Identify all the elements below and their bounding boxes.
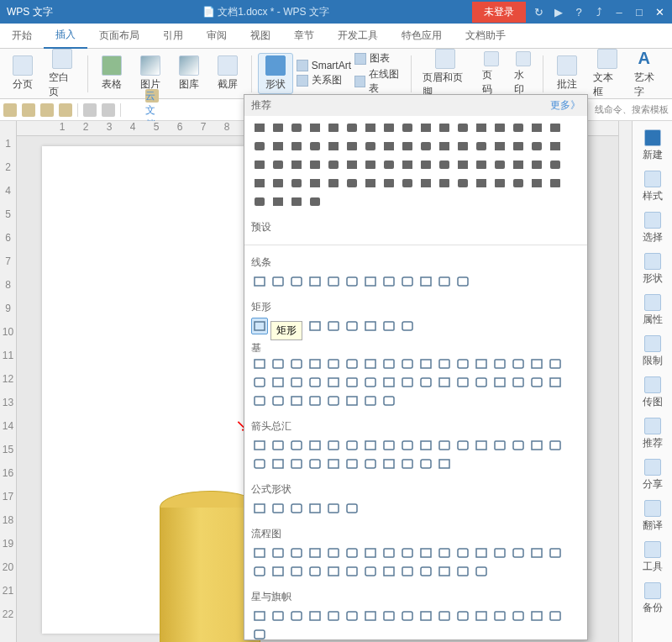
shape-item[interactable] <box>473 119 490 136</box>
shape-item[interactable] <box>344 563 360 580</box>
shape-item[interactable] <box>362 175 379 192</box>
shape-item[interactable] <box>381 545 397 561</box>
shape-item[interactable] <box>251 318 268 334</box>
shape-item[interactable] <box>288 455 305 472</box>
shape-item[interactable] <box>381 175 397 192</box>
shape-item[interactable] <box>399 138 416 155</box>
help-icon[interactable]: ? <box>571 6 586 18</box>
shape-item[interactable] <box>325 608 342 624</box>
shape-item[interactable] <box>491 355 508 372</box>
side-备份[interactable]: 备份 <box>643 582 663 615</box>
side-样式[interactable]: 样式 <box>643 171 663 203</box>
tab-references[interactable]: 引用 <box>151 24 195 48</box>
shape-item[interactable] <box>307 318 323 334</box>
shape-item[interactable] <box>436 545 453 561</box>
blank-page-button[interactable]: 空白页 <box>44 47 81 101</box>
shape-item[interactable] <box>454 608 471 624</box>
watermark-button[interactable]: 水印 <box>509 50 538 98</box>
shape-item[interactable] <box>473 175 490 192</box>
qat-redo-icon[interactable] <box>102 103 115 117</box>
shape-item[interactable] <box>344 156 360 173</box>
shape-item[interactable] <box>288 545 305 561</box>
screenshot-button[interactable]: 截屏 <box>210 54 245 93</box>
table-button[interactable]: 表格 <box>94 54 129 93</box>
shape-item[interactable] <box>417 156 434 173</box>
header-footer-button[interactable]: 页眉和页脚 <box>417 47 474 101</box>
shape-item[interactable] <box>436 355 453 372</box>
shape-item[interactable] <box>362 273 379 290</box>
shape-item[interactable] <box>251 392 268 409</box>
shape-item[interactable] <box>344 392 360 409</box>
shape-item[interactable] <box>417 545 434 561</box>
page-break-button[interactable]: 分页 <box>5 54 40 93</box>
shape-item[interactable] <box>399 374 416 391</box>
shape-item[interactable] <box>381 119 397 136</box>
shape-item[interactable] <box>381 437 397 454</box>
share-icon[interactable]: ⤴ <box>591 6 606 18</box>
shape-item[interactable] <box>381 138 397 155</box>
shape-item[interactable] <box>251 608 268 624</box>
shape-item[interactable] <box>344 273 360 290</box>
shape-item[interactable] <box>344 318 360 334</box>
login-button[interactable]: 未登录 <box>472 2 526 23</box>
shape-item[interactable] <box>270 175 286 192</box>
shape-item[interactable] <box>417 119 434 136</box>
shape-item[interactable] <box>381 374 397 391</box>
side-推荐[interactable]: 推荐 <box>643 418 663 450</box>
shape-item[interactable] <box>325 545 342 561</box>
shape-item[interactable] <box>436 374 453 391</box>
shape-item[interactable] <box>251 563 268 580</box>
shape-item[interactable] <box>417 608 434 624</box>
shape-item[interactable] <box>251 355 268 372</box>
smartart-button[interactable]: SmartArt <box>297 60 351 71</box>
shape-item[interactable] <box>362 608 379 624</box>
shape-item[interactable] <box>288 193 305 210</box>
shape-item[interactable] <box>288 273 305 290</box>
shape-item[interactable] <box>473 545 490 561</box>
shape-item[interactable] <box>491 138 508 155</box>
relation-button[interactable]: 关系图 <box>297 73 351 87</box>
shape-item[interactable] <box>325 563 342 580</box>
shape-item[interactable] <box>528 608 545 624</box>
side-选择[interactable]: 选择 <box>643 212 663 245</box>
shape-item[interactable] <box>325 355 342 372</box>
sync-icon[interactable]: ↻ <box>531 6 546 18</box>
shape-item[interactable] <box>307 119 323 136</box>
shape-item[interactable] <box>325 318 342 334</box>
tab-devtools[interactable]: 开发工具 <box>326 24 390 48</box>
shape-item[interactable] <box>251 156 268 173</box>
shape-item[interactable] <box>344 455 360 472</box>
shape-item[interactable] <box>288 175 305 192</box>
shape-item[interactable] <box>344 545 360 561</box>
shape-item[interactable] <box>325 437 342 454</box>
shape-item[interactable] <box>270 119 286 136</box>
shape-item[interactable] <box>270 273 286 290</box>
shape-item[interactable] <box>362 563 379 580</box>
shape-item[interactable] <box>399 119 416 136</box>
shape-item[interactable] <box>288 608 305 624</box>
shape-item[interactable] <box>381 608 397 624</box>
shape-item[interactable] <box>473 437 490 454</box>
side-限制[interactable]: 限制 <box>643 335 663 368</box>
shape-item[interactable] <box>436 175 453 192</box>
picture-button[interactable]: 图片 <box>133 54 168 93</box>
shape-item[interactable] <box>510 437 527 454</box>
shape-item[interactable] <box>251 437 268 454</box>
shape-item[interactable] <box>491 156 508 173</box>
shape-item[interactable] <box>473 138 490 155</box>
shape-item[interactable] <box>288 138 305 155</box>
shape-item[interactable] <box>251 138 268 155</box>
shape-item[interactable] <box>270 392 286 409</box>
shape-item[interactable] <box>510 175 527 192</box>
side-工具[interactable]: 工具 <box>643 541 663 574</box>
shape-item[interactable] <box>510 119 527 136</box>
shape-item[interactable] <box>288 500 305 517</box>
shape-item[interactable] <box>547 437 564 454</box>
side-传图[interactable]: 传图 <box>643 376 663 409</box>
shape-item[interactable] <box>307 193 323 210</box>
shape-item[interactable] <box>381 318 397 334</box>
shape-item[interactable] <box>270 374 286 391</box>
shapes-button[interactable]: 形状 <box>258 53 293 94</box>
shape-item[interactable] <box>251 545 268 561</box>
page-number-button[interactable]: 页码 <box>477 50 506 98</box>
